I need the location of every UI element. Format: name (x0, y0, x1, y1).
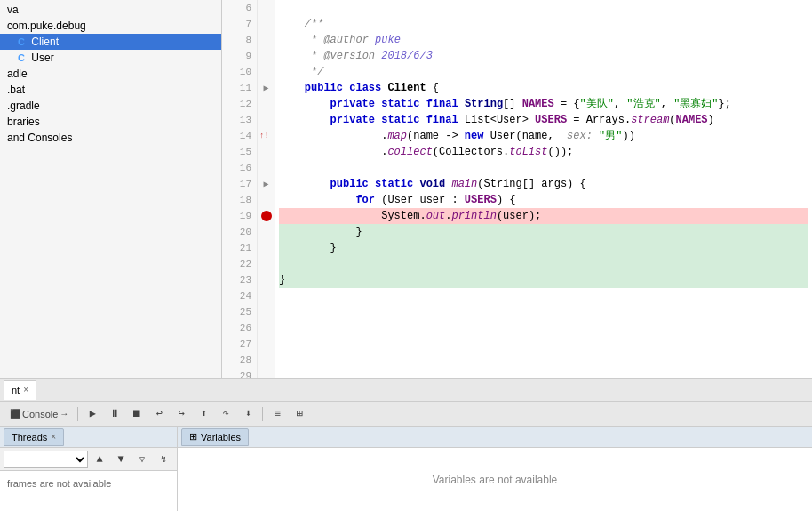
variables-tab-label: Variables (201, 432, 241, 443)
code-line-19: System.out.println(user); (279, 208, 808, 224)
variables-icon: ⊞ (189, 431, 197, 443)
console-label: Console (22, 409, 58, 419)
variables-tab[interactable]: ⊞ Variables (181, 428, 249, 446)
main-container: va com.puke.debug C Client C User adle .… (0, 0, 812, 511)
sidebar-item-user[interactable]: C User (0, 50, 221, 66)
sidebar-item-package[interactable]: com.puke.debug (0, 18, 221, 34)
sidebar-item-gradle[interactable]: .gradle (0, 98, 221, 114)
fold-arrow-17[interactable]: ▶ (258, 176, 275, 192)
gutter: ▶ ↑! ▶ (258, 0, 275, 378)
console-label-btn: ⬛ Console → (5, 404, 73, 424)
fold-arrow-11[interactable]: ▶ (258, 80, 275, 96)
btn-step-into[interactable]: ↪ (171, 404, 191, 424)
threads-content: frames are not available (0, 471, 177, 511)
threads-tab[interactable]: Threads × (4, 428, 64, 446)
threads-btn-up[interactable]: ▲ (90, 450, 109, 469)
debug-tab-bar: nt × (0, 379, 812, 402)
debug-tab-label: nt (12, 385, 20, 395)
debug-toolbar: ⬛ Console → ▶ ⏸ ⏹ ↩ ↪ ⬆ ↷ ⬇ ≡ ⊞ (0, 402, 812, 427)
debug-tab-close[interactable]: × (23, 385, 28, 395)
btn-pause[interactable]: ⏸ (105, 404, 124, 424)
sidebar-item-consoles[interactable]: and Consoles (0, 130, 221, 146)
code-line-29 (279, 368, 808, 378)
sidebar-item-client[interactable]: C Client (0, 34, 221, 50)
btn-stop[interactable]: ⏹ (127, 404, 147, 424)
sidebar-item-va[interactable]: va (0, 2, 221, 18)
code-line-14: .map(name -> new User(name, sex: "男")) (279, 128, 808, 144)
code-line-25 (279, 304, 808, 320)
sidebar-item-bat[interactable]: .bat (0, 82, 221, 98)
threads-tab-close[interactable]: × (51, 432, 56, 442)
code-content: /** * @author puke * @version 2018/6/3 *… (275, 0, 812, 378)
code-line-23: } (279, 272, 808, 288)
console-icon: ⬛ (10, 409, 20, 419)
threads-tab-bar: Threads × (0, 427, 177, 448)
threads-btn-export[interactable]: ↯ (154, 450, 173, 469)
code-line-7: /** (279, 16, 808, 32)
btn-settings[interactable]: ≡ (267, 404, 287, 424)
btn-step-out[interactable]: ⬆ (194, 404, 213, 424)
code-line-15: .collect(Collectors.toList()); (279, 144, 808, 160)
threads-btn-down[interactable]: ▼ (111, 450, 131, 469)
code-line-24 (279, 288, 808, 304)
code-line-20: } (279, 224, 808, 240)
btn-resume[interactable]: ▶ (83, 404, 102, 424)
panel-content: Threads × ▲ ▼ ▽ ↯ frames are not availab… (0, 427, 812, 511)
code-line-10: */ (279, 64, 808, 80)
code-line-16 (279, 160, 808, 176)
sidebar: va com.puke.debug C Client C User adle .… (0, 0, 222, 378)
console-arrow: → (60, 409, 68, 419)
btn-run-to-cursor[interactable]: ↷ (216, 404, 235, 424)
btn-evaluate[interactable]: ⬇ (238, 404, 258, 424)
threads-tab-label: Threads (12, 432, 47, 443)
code-line-6 (279, 0, 808, 16)
variables-panel: ⊞ Variables Variables are not available (178, 427, 812, 511)
code-area: va com.puke.debug C Client C User adle .… (0, 0, 812, 378)
annotation-14: ↑! (258, 128, 275, 144)
threads-toolbar: ▲ ▼ ▽ ↯ (0, 448, 177, 471)
variables-unavailable-text: Variables are not available (433, 474, 558, 486)
frames-unavailable-text: frames are not available (4, 475, 173, 492)
user-icon: C (18, 52, 25, 63)
debug-tab-nt[interactable]: nt × (4, 380, 36, 400)
threads-btn-filter[interactable]: ▽ (132, 450, 152, 469)
editor: 6 7 8 9 10 11 12 13 14 15 16 17 18 19 20… (222, 0, 812, 378)
threads-panel: Threads × ▲ ▼ ▽ ↯ frames are not availab… (0, 427, 178, 511)
sidebar-item-adle[interactable]: adle (0, 66, 221, 82)
code-line-8: * @author puke (279, 32, 808, 48)
sidebar-item-libraries[interactable]: braries (0, 114, 221, 130)
code-line-12: private static final String[] NAMES = {"… (279, 96, 808, 112)
breakpoint-19[interactable] (258, 208, 275, 224)
btn-layout[interactable]: ⊞ (290, 404, 309, 424)
toolbar-sep-2 (262, 407, 263, 421)
code-line-27 (279, 336, 808, 352)
code-line-11: public class Client { (279, 80, 808, 96)
code-line-9: * @version 2018/6/3 (279, 48, 808, 64)
code-line-17: public static void main(String[] args) { (279, 176, 808, 192)
code-line-26 (279, 320, 808, 336)
btn-step-over[interactable]: ↩ (149, 404, 169, 424)
variables-tab-bar: ⊞ Variables (178, 427, 812, 448)
toolbar-sep-1 (77, 407, 78, 421)
code-line-28 (279, 352, 808, 368)
variables-content: Variables are not available (178, 448, 812, 511)
client-icon: C (18, 36, 25, 47)
code-line-22 (279, 256, 808, 272)
threads-dropdown[interactable] (4, 451, 88, 468)
code-line-18: for (User user : USERS) { (279, 192, 808, 208)
code-line-13: private static final List<User> USERS = … (279, 112, 808, 128)
line-numbers: 6 7 8 9 10 11 12 13 14 15 16 17 18 19 20… (222, 0, 258, 378)
code-line-21: } (279, 240, 808, 256)
bottom-panel: nt × ⬛ Console → ▶ ⏸ ⏹ ↩ ↪ ⬆ ↷ ⬇ ≡ ⊞ (0, 378, 812, 511)
